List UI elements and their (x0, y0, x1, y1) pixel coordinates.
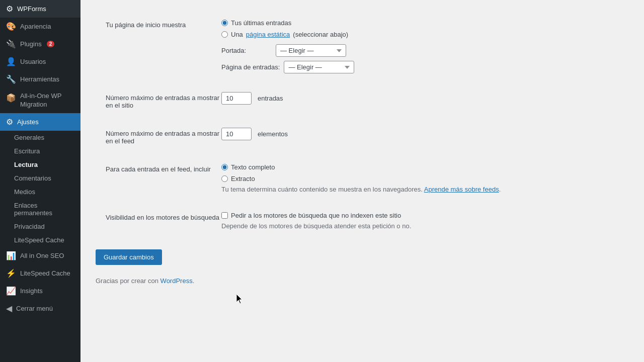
homepage-radio-static[interactable]: Una página estática (seleccionar abajo) (221, 31, 619, 38)
sidebar-subitem-enlaces[interactable]: Enlaces permanentes (0, 199, 80, 220)
entradas-select-wrapper: Página de entradas: — Elegir — (221, 61, 619, 73)
main-content: Tu página de inicio muestra Tus últimas … (80, 0, 644, 362)
homepage-radio-group: Tus últimas entradas Una página estática… (221, 19, 619, 38)
wpforms-icon: ⚙ (6, 4, 13, 14)
save-button[interactable]: Guardar cambios (96, 249, 162, 265)
sidebar-subitem-privacidad[interactable]: Privacidad (0, 220, 80, 233)
max-entries-site-row: Número máximo de entradas a mostrar en e… (96, 83, 629, 119)
sidebar-item-wpforms[interactable]: ⚙ WPForms (0, 0, 80, 18)
sidebar: ⚙ WPForms 🎨 Apariencia 🔌 Plugins 2 👤 Usu… (0, 0, 80, 362)
feed-content-description: Tu tema determina cuánto contenido se mu… (221, 186, 619, 193)
search-visibility-description: Depende de los motores de búsqueda atend… (221, 222, 619, 230)
max-entries-feed-input-wrapper: 10 elementos (221, 128, 619, 140)
max-entries-feed-row: Número máximo de entradas a mostrar en e… (96, 119, 629, 154)
static-page-link[interactable]: página estática (246, 31, 290, 38)
max-entries-site-unit: entradas (258, 95, 283, 102)
insights-icon: 📈 (6, 286, 16, 296)
sidebar-item-cerrar[interactable]: ◀ Cerrar menú (0, 300, 80, 317)
feeds-link[interactable]: Aprende más sobre feeds (424, 186, 499, 193)
seo-icon: 📊 (6, 251, 16, 260)
sidebar-item-apariencia[interactable]: 🎨 Apariencia (0, 18, 80, 35)
sidebar-subitem-litespeed-sub[interactable]: LiteSpeed Cache (0, 233, 80, 247)
sidebar-item-usuarios[interactable]: 👤 Usuarios (0, 53, 80, 70)
homepage-label: Tu página de inicio muestra (106, 19, 221, 29)
portada-wrapper: Portada: — Elegir — Página de entradas: … (221, 44, 619, 73)
max-entries-site-control: 10 entradas (221, 92, 619, 105)
radio-excerpt-input[interactable] (221, 175, 228, 182)
ajustes-icon: ⚙ (6, 117, 13, 127)
apariencia-icon: 🎨 (6, 22, 16, 31)
max-entries-site-label: Número máximo de entradas a mostrar en e… (106, 92, 221, 109)
max-entries-feed-unit: elementos (258, 130, 288, 138)
homepage-control: Tus últimas entradas Una página estática… (221, 19, 619, 73)
sidebar-subitem-lectura[interactable]: Lectura (0, 158, 80, 171)
sidebar-item-insights[interactable]: 📈 Insights (0, 282, 80, 300)
sidebar-subitem-comentarios[interactable]: Comentarios (0, 171, 80, 185)
search-visibility-checkbox[interactable] (221, 212, 228, 219)
homepage-radio-latest[interactable]: Tus últimas entradas (221, 19, 619, 27)
max-entries-feed-control: 10 elementos (221, 128, 619, 140)
max-entries-feed-input[interactable]: 10 (221, 128, 252, 140)
sidebar-subitem-medios[interactable]: Medios (0, 185, 80, 199)
homepage-row: Tu página de inicio muestra Tus últimas … (96, 10, 629, 83)
radio-static-input[interactable] (221, 31, 228, 38)
sidebar-item-litespeed[interactable]: ⚡ LiteSpeed Cache (0, 264, 80, 282)
radio-full-text-input[interactable] (221, 164, 228, 170)
migration-icon: 📦 (6, 93, 16, 103)
feed-content-label: Para cada entrada en el feed, incluir (106, 163, 221, 173)
portada-label: Portada: (221, 47, 272, 54)
sidebar-item-migration[interactable]: 📦 All-in-One WP Migration (0, 88, 80, 113)
portada-select-wrapper: Portada: — Elegir — (221, 44, 619, 57)
radio-latest-input[interactable] (221, 20, 228, 26)
search-visibility-control: Pedir a los motores de búsqueda que no i… (221, 212, 619, 230)
litespeed-icon: ⚡ (6, 268, 16, 278)
feed-content-row: Para cada entrada en el feed, incluir Te… (96, 154, 629, 203)
sidebar-item-ajustes[interactable]: ⚙ Ajustes (0, 113, 80, 131)
search-visibility-row: Visibilidad en los motores de búsqueda P… (96, 203, 629, 239)
feed-full-text-radio[interactable]: Texto completo (221, 163, 619, 171)
feed-content-radio-group: Texto completo Extracto (221, 163, 619, 183)
sidebar-subitem-escritura[interactable]: Escritura (0, 144, 80, 158)
max-entries-site-input[interactable]: 10 (221, 92, 252, 105)
search-visibility-label: Visibilidad en los motores de búsqueda (106, 212, 221, 221)
plugins-badge: 2 (47, 41, 55, 47)
wordpress-link[interactable]: WordPress (160, 277, 193, 285)
search-visibility-checkbox-label[interactable]: Pedir a los motores de búsqueda que no i… (221, 212, 619, 219)
portada-select[interactable]: — Elegir — (276, 44, 346, 57)
cerrar-icon: ◀ (6, 304, 12, 313)
plugins-icon: 🔌 (6, 39, 16, 49)
herramientas-icon: 🔧 (6, 74, 16, 84)
sidebar-subitem-generales[interactable]: Generales (0, 131, 80, 144)
feed-content-control: Texto completo Extracto Tu tema determin… (221, 163, 619, 193)
feed-excerpt-radio[interactable]: Extracto (221, 175, 619, 183)
max-entries-site-input-wrapper: 10 entradas (221, 92, 619, 105)
footer-text: Gracias por crear con WordPress. (96, 277, 629, 285)
max-entries-feed-label: Número máximo de entradas a mostrar en e… (106, 128, 221, 145)
entradas-select[interactable]: — Elegir — (284, 61, 354, 73)
sidebar-item-herramientas[interactable]: 🔧 Herramientas (0, 70, 80, 88)
sidebar-item-plugins[interactable]: 🔌 Plugins 2 (0, 35, 80, 53)
usuarios-icon: 👤 (6, 57, 16, 66)
sidebar-item-all-in-one-seo[interactable]: 📊 All in One SEO (0, 247, 80, 264)
ajustes-submenu: Generales Escritura Lectura Comentarios … (0, 131, 80, 247)
entradas-label: Página de entradas: (221, 63, 280, 71)
